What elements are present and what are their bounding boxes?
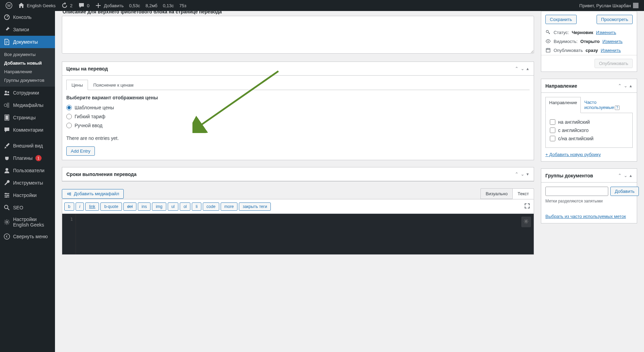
svg-point-12: [4, 205, 8, 209]
qt-ins[interactable]: ins: [138, 202, 151, 211]
updates-link[interactable]: 2: [58, 0, 75, 11]
svg-point-5: [4, 104, 7, 107]
move-up-icon[interactable]: ⌃: [617, 82, 622, 89]
qt-img[interactable]: img: [152, 202, 166, 211]
menu-appearance[interactable]: Внешний вид: [0, 140, 55, 152]
qt-italic[interactable]: i: [76, 202, 84, 211]
check-to-english[interactable]: на английский: [550, 118, 628, 126]
wordpress-logo[interactable]: W: [3, 0, 15, 11]
admin-sidebar: Консоль Записи Документы Все документы Д…: [0, 11, 55, 352]
move-up-icon[interactable]: ⌃: [514, 65, 519, 72]
toggle-icon[interactable]: ▴: [629, 82, 633, 89]
perf-memory[interactable]: 8,2мб: [143, 0, 160, 11]
menu-eg-settings[interactable]: Настройки English Geeks: [0, 214, 55, 230]
add-category-link[interactable]: + Добавить новую рубрику: [545, 152, 601, 157]
svg-point-11: [5, 196, 7, 198]
menu-tools[interactable]: Инструменты: [0, 177, 55, 189]
sub-direction[interactable]: Направление: [0, 67, 55, 76]
tag-input[interactable]: [545, 187, 608, 196]
toggle-icon[interactable]: ▴: [629, 172, 633, 179]
perf-queries[interactable]: 75з: [177, 0, 189, 11]
move-down-icon[interactable]: ⌄: [623, 82, 628, 89]
publish-button[interactable]: Опубликовать: [595, 59, 633, 68]
menu-comments[interactable]: Комментарии: [0, 124, 55, 136]
help-icon: ?: [615, 106, 620, 110]
collapse-icon: [3, 233, 10, 240]
search-icon: [3, 204, 10, 211]
fullscreen-icon[interactable]: [523, 201, 532, 211]
home-icon: [18, 2, 25, 9]
menu-dashboard[interactable]: Консоль: [0, 11, 55, 23]
comments-link[interactable]: 0: [75, 0, 92, 11]
qt-li[interactable]: li: [192, 202, 201, 211]
svg-text:W: W: [7, 3, 11, 8]
svg-point-13: [6, 221, 8, 223]
menu-posts[interactable]: Записи: [0, 23, 55, 36]
direction-tab-main[interactable]: Направление: [545, 97, 581, 113]
move-up-icon[interactable]: ⌃: [514, 171, 519, 177]
sub-all-documents[interactable]: Все документы: [0, 50, 55, 59]
users-icon: [3, 89, 10, 96]
move-down-icon[interactable]: ⌄: [520, 65, 525, 72]
user-greeting[interactable]: Привет, Руслан Шкарбан: [577, 0, 641, 11]
menu-collapse[interactable]: Свернуть меню: [0, 230, 55, 243]
toggle-icon[interactable]: ▴: [526, 65, 530, 72]
direction-tab-freq[interactable]: Часто используемые?: [581, 97, 633, 113]
menu-seo[interactable]: SEO: [0, 201, 55, 214]
sub-doc-groups[interactable]: Группы документов: [0, 76, 55, 85]
code-editor[interactable]: 1: [62, 213, 534, 255]
menu-plugins[interactable]: Плагины1: [0, 152, 55, 164]
move-down-icon[interactable]: ⌄: [520, 171, 525, 177]
add-tag-button[interactable]: Добавить: [610, 187, 639, 196]
add-entry-button[interactable]: Add Entry: [66, 146, 95, 156]
tab-price-explain[interactable]: Пояснение к ценам: [88, 80, 138, 90]
description-textarea[interactable]: [62, 16, 534, 54]
site-home-link[interactable]: English Geeks: [15, 0, 58, 11]
editor-tab-visual[interactable]: Визуально: [480, 188, 512, 199]
edit-status-link[interactable]: Изменить: [596, 30, 616, 35]
svg-point-16: [525, 221, 527, 222]
radio-template-prices[interactable]: Шаблонные цены: [66, 103, 530, 112]
menu-media[interactable]: Медиафайлы: [0, 99, 55, 111]
move-down-icon[interactable]: ⌄: [623, 172, 628, 179]
preview-button[interactable]: Просмотреть: [597, 15, 633, 24]
qt-ol[interactable]: ol: [180, 202, 190, 211]
editor-gear-icon[interactable]: [521, 217, 531, 227]
menu-documents[interactable]: Документы: [0, 36, 55, 48]
qt-more[interactable]: more: [221, 202, 237, 211]
qt-ul[interactable]: ul: [168, 202, 178, 211]
menu-settings[interactable]: Настройки: [0, 189, 55, 201]
save-draft-button[interactable]: Сохранить: [545, 15, 577, 24]
edit-date-link[interactable]: Изменить: [601, 48, 621, 53]
qt-code[interactable]: code: [203, 202, 219, 211]
choose-freq-tags-link[interactable]: Выбрать из часто используемых меток: [545, 214, 626, 219]
menu-employees[interactable]: Сотрудники: [0, 87, 55, 99]
add-media-button[interactable]: Добавить медиафайл: [62, 189, 124, 199]
admin-toolbar: W English Geeks 2 0 Добавить 0,53с 8,2мб…: [0, 0, 644, 11]
quicktags-toolbar: b i link b-quote del ins img ul ol li co…: [62, 199, 534, 213]
perf-db-time[interactable]: 0,13с: [160, 0, 177, 11]
toggle-icon[interactable]: ▾: [526, 171, 530, 177]
qt-link[interactable]: link: [85, 202, 99, 211]
menu-pages[interactable]: Страницы: [0, 111, 55, 124]
document-icon: [3, 38, 10, 45]
radio-flex-tariff[interactable]: Гибкий тариф: [66, 112, 530, 121]
menu-users[interactable]: Пользователи: [0, 164, 55, 177]
editor-tab-text[interactable]: Текст: [512, 188, 534, 199]
radio-manual-input[interactable]: Ручной ввод: [66, 121, 530, 130]
wrench-icon: [3, 179, 10, 186]
svg-point-4: [8, 91, 9, 93]
add-new-link[interactable]: Добавить: [92, 0, 126, 11]
check-from-english[interactable]: с английского: [550, 126, 628, 134]
qt-close-tags[interactable]: закрыть теги: [239, 202, 271, 211]
sub-add-new[interactable]: Добавить новый: [0, 59, 55, 67]
check-both-english[interactable]: с/на английский: [550, 134, 628, 143]
edit-visibility-link[interactable]: Изменить: [602, 39, 623, 44]
move-up-icon[interactable]: ⌃: [617, 172, 622, 179]
perf-time[interactable]: 0,53с: [126, 0, 143, 11]
tab-prices[interactable]: Цены: [66, 80, 88, 90]
qt-bquote[interactable]: b-quote: [100, 202, 122, 211]
calendar-icon: [545, 47, 551, 53]
qt-bold[interactable]: b: [64, 202, 74, 211]
qt-del[interactable]: del: [123, 202, 136, 211]
